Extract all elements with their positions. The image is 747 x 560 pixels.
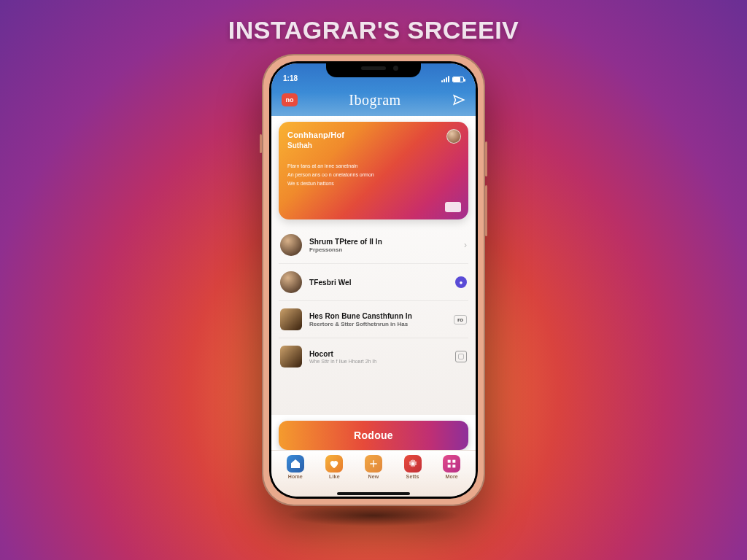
tab-home[interactable]: Home [278,455,313,479]
phone-bezel: 1:18 no Ibogram [269,61,478,499]
heart-icon [325,455,343,472]
side-button [485,185,487,236]
tab-label: New [368,474,379,479]
side-button [260,134,262,153]
thumbnail [280,308,302,330]
svg-rect-3 [448,464,451,467]
tab-label: More [445,474,458,479]
list-item[interactable]: TFesbri Wel ● [279,263,468,300]
list-item-title: Hocort [309,350,448,358]
status-icons [441,76,464,82]
home-icon [287,455,304,472]
feed-list: Shrum TPtere of II In Frpessonsn › TFesb… [279,227,468,375]
list-item[interactable]: Hes Ron Bune Cansthfunn In Reertore & St… [279,300,468,338]
svg-rect-4 [453,464,456,467]
tab-settings[interactable]: Setts [395,455,430,479]
avatar [280,234,302,256]
notification-badge[interactable]: no [282,93,298,106]
tab-new[interactable]: New [356,455,391,479]
featured-subtitle: Suthah [287,141,460,149]
tab-label: Like [329,474,340,479]
svg-rect-1 [448,460,451,463]
feed-content: Conhhanp/Hof Suthah Ftarn tans at an inn… [271,116,476,415]
list-item-title: Hes Ron Bune Cansthfunn In [309,312,446,320]
list-item-title: TFesbri Wel [309,279,448,287]
grid-icon [443,455,460,472]
tab-label: Setts [406,474,419,479]
tab-more[interactable]: More [434,455,469,479]
list-item-subtitle: Reertore & Stter Softhetnrun in Has [309,321,446,327]
primary-cta-button[interactable]: Rodoue [279,421,468,450]
app-screen: 1:18 no Ibogram [271,63,476,497]
phone-frame: 1:18 no Ibogram [262,54,485,506]
side-button [485,141,487,176]
chevron-right-icon: › [464,240,467,250]
list-item[interactable]: Hocort Whe Sttr in f Ilue Hhoart 2h Ih [279,338,468,375]
card-chip-icon [445,202,461,212]
list-item-title: Shrum TPtere of II In [309,238,457,246]
promo-background: INSTAGRAR'S SRCEEIV 1:18 no [0,0,747,560]
list-item-subtitle: Frpessonsn [309,246,457,253]
thumbnail [280,346,302,368]
app-bar: no Ibogram [271,84,476,116]
tab-bar: Home Like New Setts [271,450,476,497]
tab-label: Home [288,474,303,479]
status-time: 1:18 [283,74,298,82]
list-item-subtitle: Whe Sttr in f Ilue Hhoart 2h Ih [309,359,448,364]
tag-pill: ro [454,315,467,324]
plus-icon [365,455,382,472]
featured-title: Conhhanp/Hof [287,131,460,140]
featured-body-line: Ftarn tans at an inne sanetnain [287,163,446,170]
cta-label: Rodoue [354,429,393,441]
promo-headline: INSTAGRAR'S SRCEEIV [0,16,747,44]
avatar [280,271,302,293]
svg-rect-2 [453,460,456,463]
home-indicator [337,492,410,495]
send-icon[interactable] [452,93,465,106]
phone-notch [326,61,421,77]
featured-body-line: We s destun hattons [287,180,446,187]
app-logo: Ibogram [349,92,400,109]
list-item[interactable]: Shrum TPtere of II In Frpessonsn › [279,227,468,263]
featured-card[interactable]: Conhhanp/Hof Suthah Ftarn tans at an inn… [279,122,468,219]
bookmark-icon [455,351,467,362]
tab-like[interactable]: Like [317,455,352,479]
signal-icon [441,76,449,82]
featured-body-line: An person ans oo n oneiatonns ormon [287,171,446,179]
battery-icon [452,77,464,82]
unread-badge: ● [455,276,467,288]
gear-icon [404,455,422,472]
